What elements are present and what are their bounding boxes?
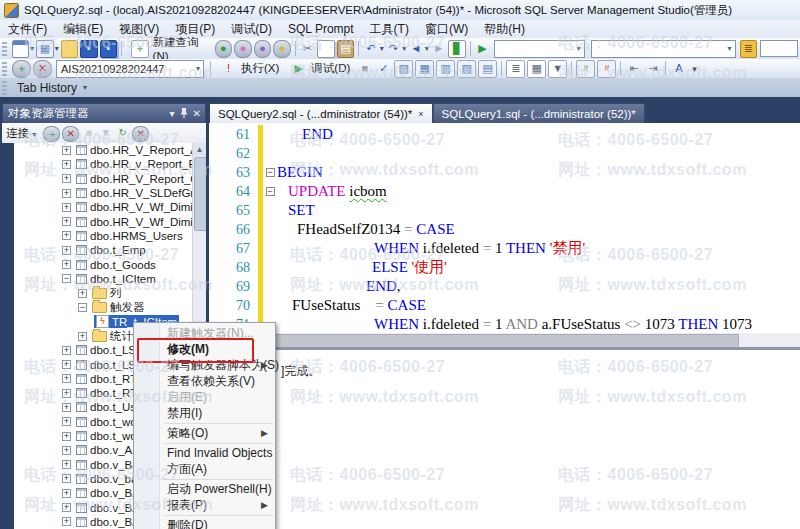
- tree-item[interactable]: +dbo.HR_V_SLDefGrac: [14, 186, 193, 200]
- menu-item[interactable]: SQL Prompt: [280, 20, 362, 38]
- mdx-query-icon[interactable]: ●: [234, 40, 252, 58]
- expand-icon[interactable]: +: [62, 389, 71, 398]
- expand-icon[interactable]: +: [62, 517, 71, 526]
- tree-item[interactable]: −dbo.t_ICItem: [14, 272, 193, 286]
- tree-item[interactable]: +dbo.HRMS_Users: [14, 229, 193, 243]
- estimated-plan-icon[interactable]: ▧: [394, 60, 413, 78]
- context-menu-item[interactable]: 禁用(I): [134, 405, 275, 421]
- expand-icon[interactable]: +: [62, 374, 71, 383]
- tree-item[interactable]: +列: [14, 286, 193, 300]
- context-menu-item[interactable]: 启用(E): [134, 389, 275, 405]
- expand-icon[interactable]: +: [62, 203, 71, 212]
- chevron-down-icon[interactable]: ▾: [380, 44, 384, 53]
- client-stats-icon[interactable]: ▤: [478, 60, 497, 78]
- toolbar-grip[interactable]: [2, 42, 7, 56]
- menu-item[interactable]: 工具(T): [362, 20, 417, 38]
- connect-button[interactable]: 连接 ▾: [6, 126, 37, 141]
- scrollbar-thumb[interactable]: [194, 157, 206, 231]
- expand-icon[interactable]: +: [62, 417, 71, 426]
- expand-icon[interactable]: +: [62, 446, 71, 455]
- code-editor[interactable]: 61END6263−BEGIN64−UPDATE icbom65SET66FHe…: [209, 123, 800, 335]
- expand-icon[interactable]: +: [62, 217, 71, 226]
- scroll-up-icon[interactable]: ▲: [193, 143, 206, 156]
- toolbar-combo-2[interactable]: ▾: [591, 40, 736, 58]
- tree-item[interactable]: +dbo.HR_V_Report_Ob: [14, 172, 193, 186]
- tree-item[interactable]: +dbo.HR_v_Report_Em: [14, 157, 193, 171]
- editor-horizontal-scrollbar[interactable]: [209, 333, 800, 347]
- chevron-down-icon[interactable]: ▾: [425, 44, 429, 53]
- context-menu-item[interactable]: 启动 PowerShell(H): [134, 481, 275, 497]
- scrollbar-thumb[interactable]: [257, 334, 739, 348]
- menu-item[interactable]: 调试(D): [223, 20, 280, 38]
- expand-icon[interactable]: +: [62, 231, 71, 240]
- context-menu-item[interactable]: 查看依赖关系(V): [134, 373, 275, 389]
- collapse-outline-icon[interactable]: −: [266, 168, 275, 177]
- database-selector[interactable]: AIS20210928202447▾: [56, 60, 204, 78]
- toolbar-grip[interactable]: [2, 62, 7, 76]
- database-engine-query-icon[interactable]: ●: [215, 40, 233, 58]
- new-query-button[interactable]: ＋新建查询(N): [125, 40, 214, 57]
- debug-button[interactable]: ▶调试(D): [284, 60, 355, 77]
- actual-plan-icon[interactable]: ▨: [457, 60, 476, 78]
- decrease-indent-icon[interactable]: ⇤: [625, 61, 642, 77]
- activity-monitor-icon[interactable]: ▊: [448, 40, 466, 58]
- query-designer-icon[interactable]: ▦: [415, 60, 434, 78]
- filter-icon[interactable]: ▼: [98, 126, 113, 140]
- tree-item[interactable]: +dbo.HR_V_Wf_Dimiss: [14, 200, 193, 214]
- expand-icon[interactable]: +: [78, 289, 87, 298]
- expand-icon[interactable]: +: [62, 503, 71, 512]
- tab-history-tab[interactable]: Tab History: [11, 81, 83, 95]
- start-debug-icon[interactable]: ▶: [475, 41, 491, 57]
- expand-icon[interactable]: +: [62, 360, 71, 369]
- toolbar-combo-1[interactable]: ▾: [494, 40, 584, 58]
- pin-icon[interactable]: [180, 108, 188, 120]
- increase-indent-icon[interactable]: ⇥: [644, 61, 661, 77]
- paste-icon[interactable]: ▤: [337, 40, 355, 58]
- expand-icon[interactable]: +: [62, 189, 71, 198]
- comment-icon[interactable]: 〃: [576, 60, 595, 78]
- stop-square-icon[interactable]: ■: [81, 126, 96, 140]
- chevron-down-icon[interactable]: ▾: [30, 44, 34, 53]
- disconnect-red-icon[interactable]: ✕: [132, 126, 149, 142]
- toolbar-textbox[interactable]: [760, 40, 798, 57]
- collapse-icon[interactable]: −: [62, 274, 71, 283]
- new-connection-dropdown-icon[interactable]: [12, 40, 30, 58]
- save-icon[interactable]: ▪: [80, 40, 98, 58]
- stop-icon[interactable]: ■: [356, 61, 373, 77]
- toolbar-grip[interactable]: [2, 81, 7, 95]
- expand-icon[interactable]: +: [62, 260, 71, 269]
- expand-icon[interactable]: +: [62, 460, 71, 469]
- change-connection-icon[interactable]: ✕: [33, 60, 52, 78]
- disconnect-db-icon[interactable]: ✕: [62, 126, 79, 142]
- chevron-down-icon[interactable]: ▾: [83, 83, 87, 92]
- close-icon[interactable]: ✕: [193, 109, 201, 119]
- document-tab[interactable]: SQLQuery1.sql - (...dministrator (52))*: [433, 103, 645, 123]
- open-file-icon[interactable]: [61, 40, 79, 58]
- context-menu-item[interactable]: 报表(P)▶: [134, 497, 275, 513]
- toolbar-overflow-icon[interactable]: ▾: [688, 64, 701, 74]
- tree-item[interactable]: +dbo.HR_V_Wf_Dimiss: [14, 214, 193, 228]
- parse-check-icon[interactable]: ✓: [375, 61, 392, 77]
- expand-icon[interactable]: +: [62, 403, 71, 412]
- connect-db-icon[interactable]: ＋: [43, 126, 60, 142]
- tree-item[interactable]: +dbo.t_Emp: [14, 243, 193, 257]
- results-text-icon[interactable]: ≣: [506, 60, 525, 78]
- template-values-icon[interactable]: ▥: [436, 60, 455, 78]
- collapse-outline-icon[interactable]: −: [266, 187, 275, 196]
- menu-item[interactable]: 窗口(W): [417, 20, 476, 38]
- context-menu-item[interactable]: 方面(A): [134, 461, 275, 477]
- navigate-back-dropdown-icon[interactable]: ◄: [408, 41, 424, 57]
- tree-item[interactable]: +dbo.HR_V_Report_Ac: [14, 143, 193, 157]
- chevron-down-icon[interactable]: ▾: [402, 44, 406, 53]
- collapse-icon[interactable]: −: [78, 303, 87, 312]
- uncomment-icon[interactable]: 〃: [597, 60, 616, 78]
- execute-button[interactable]: !执行(X): [214, 60, 284, 77]
- expand-icon[interactable]: +: [62, 489, 71, 498]
- window-position-icon[interactable]: ▾: [170, 109, 175, 119]
- navigate-forward-icon[interactable]: ►: [431, 41, 447, 57]
- tree-item[interactable]: +dbo.t_Goods: [14, 257, 193, 271]
- expand-icon[interactable]: +: [78, 332, 87, 341]
- expand-icon[interactable]: +: [62, 474, 71, 483]
- close-icon[interactable]: ×: [418, 109, 423, 119]
- refresh-icon[interactable]: ↻: [115, 126, 130, 140]
